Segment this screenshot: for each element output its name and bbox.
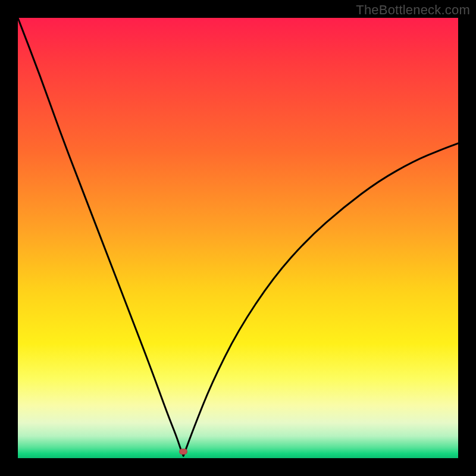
chart-frame: TheBottleneck.com [0, 0, 476, 476]
bottleneck-curve [18, 18, 458, 458]
watermark-text: TheBottleneck.com [356, 2, 470, 18]
plot-area [18, 18, 458, 458]
trough-marker [179, 449, 187, 455]
curve-path [18, 18, 458, 456]
